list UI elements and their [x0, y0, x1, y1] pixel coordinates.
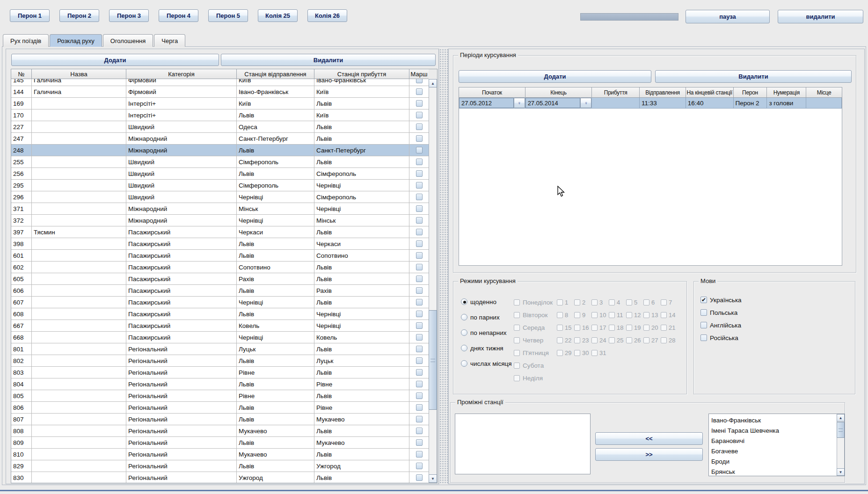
route-checkbox[interactable] — [416, 194, 423, 200]
mode-option[interactable]: числах місяця — [461, 359, 512, 368]
tab-Оголошення[interactable]: Оголошення — [103, 34, 153, 47]
radio-button[interactable] — [461, 329, 467, 336]
date-picker-button[interactable]: ♀ — [514, 98, 525, 108]
move-right-button[interactable]: >> — [595, 448, 703, 461]
route-checkbox[interactable] — [416, 182, 423, 189]
route-checkbox[interactable] — [416, 322, 423, 329]
platform-track-button[interactable]: Колія 26 — [307, 9, 347, 22]
route-checkbox[interactable] — [416, 474, 423, 481]
table-row[interactable]: 227ШвидкийОдесаЛьвів — [11, 121, 429, 133]
mode-option[interactable]: по непарних — [461, 328, 507, 337]
platform-track-button[interactable]: Колія 25 — [258, 9, 298, 22]
table-row[interactable]: 803РегіональнийРівнеЛьвів — [11, 367, 429, 378]
route-checkbox[interactable] — [416, 381, 423, 387]
route-checkbox[interactable] — [416, 229, 423, 235]
table-row[interactable]: 372МіжнароднийЧернівціМінськ — [11, 215, 429, 226]
table-row[interactable]: 806РегіональнийЛьвівРівне — [11, 402, 429, 414]
table-row[interactable]: 830РегіональнийУжгородЛьвів — [11, 472, 429, 483]
route-checkbox[interactable] — [416, 357, 423, 364]
route-stations-list[interactable] — [455, 414, 591, 474]
radio-button[interactable] — [461, 298, 467, 305]
tab-Рух поїздів[interactable]: Рух поїздів — [3, 34, 49, 47]
splitter-handle[interactable] — [439, 49, 448, 484]
table-row[interactable]: 170Інтерсіті+ЛьвівКиїв — [11, 109, 429, 121]
route-checkbox[interactable] — [416, 205, 423, 212]
move-left-button[interactable]: << — [595, 432, 703, 445]
route-checkbox[interactable] — [416, 392, 423, 399]
table-row[interactable]: 371МіжнароднийМінськЧернівці — [11, 203, 429, 215]
table-row[interactable]: 804РегіональнийЛьвівРівне — [11, 378, 429, 390]
route-checkbox[interactable] — [416, 135, 423, 142]
route-checkbox[interactable] — [416, 311, 423, 317]
train-table-scrollbar[interactable] — [429, 79, 437, 483]
list-item[interactable]: Броди — [709, 456, 837, 466]
table-row[interactable]: 248МіжнароднийЛьвівСанкт-Петербург — [11, 145, 429, 156]
route-checkbox[interactable] — [416, 264, 423, 270]
scroll-down-icon[interactable]: ▼ — [837, 468, 845, 476]
route-checkbox[interactable] — [416, 88, 423, 95]
route-checkbox[interactable] — [416, 252, 423, 259]
date-picker-button[interactable]: ♀ — [580, 98, 591, 108]
route-checkbox[interactable] — [416, 276, 423, 282]
list-item[interactable]: Брянськ — [709, 466, 837, 476]
table-row[interactable]: 607ПасажирськийЧернівціЛьвів — [11, 297, 429, 308]
route-checkbox[interactable] — [416, 463, 423, 469]
language-option[interactable]: ✔Українська — [700, 296, 742, 304]
period-add-button[interactable]: Додати — [459, 70, 651, 83]
route-checkbox[interactable] — [416, 451, 423, 458]
route-checkbox[interactable] — [416, 147, 423, 153]
language-option[interactable]: Польська — [700, 308, 737, 317]
train-add-button[interactable]: Додати — [11, 54, 219, 66]
route-checkbox[interactable] — [416, 416, 423, 422]
start-date-field[interactable]: 27.05.2012 — [459, 98, 514, 108]
mode-option[interactable]: днях тижня — [461, 344, 503, 352]
table-row[interactable]: 398ПасажирськийЛьвівЧеркаси — [11, 238, 429, 250]
route-checkbox[interactable] — [416, 79, 423, 83]
list-item[interactable]: Барановичі — [709, 436, 837, 446]
table-row[interactable]: 805РегіональнийРівнеЛьвів — [11, 390, 429, 402]
radio-button[interactable] — [461, 345, 467, 351]
route-checkbox[interactable] — [416, 159, 423, 165]
table-row[interactable]: 296ШвидкийЧернівціСімферополь — [11, 191, 429, 203]
platform-track-button[interactable]: Перон 3 — [109, 9, 149, 22]
table-row[interactable]: 602ПасажирськийСопотвиноЛьвів — [11, 262, 429, 273]
radio-button[interactable] — [461, 314, 467, 320]
period-row[interactable]: 27.05.2012♀27.05.2014♀11:3316:40Перон 2з… — [459, 98, 842, 109]
period-remove-button[interactable]: Видалити — [655, 70, 852, 83]
pause-button[interactable]: пауза — [686, 10, 770, 23]
table-row[interactable]: 295ШвидкийСімферопольЧернівці — [11, 180, 429, 191]
platform-track-button[interactable]: Перон 2 — [59, 9, 99, 22]
mode-option[interactable]: щоденно — [461, 298, 496, 306]
scrollbar-thumb[interactable] — [429, 310, 437, 410]
table-row[interactable]: 668ПасажирськийЧернівціКовель — [11, 332, 429, 343]
list-item[interactable]: Івано-Франківськ — [709, 415, 837, 425]
end-date-field[interactable]: 27.05.2014 — [525, 98, 581, 108]
language-option[interactable]: Англійська — [700, 321, 741, 329]
train-remove-button[interactable]: Видалити — [221, 54, 436, 66]
route-checkbox[interactable] — [416, 124, 423, 130]
table-row[interactable]: 801РегіональнийЛуцькЛьвів — [11, 343, 429, 355]
mode-option[interactable]: по парних — [461, 313, 500, 321]
table-row[interactable]: 247МіжнароднийСанкт-ПетербургЛьвів — [11, 133, 429, 145]
table-row[interactable]: 397ТясминПасажирськийЧеркасиЛьвів — [11, 226, 429, 238]
table-row[interactable]: 608ПасажирськийЛьвівЧернівці — [11, 308, 429, 320]
route-checkbox[interactable] — [416, 428, 423, 434]
language-option[interactable]: Російська — [700, 334, 738, 342]
platform-track-button[interactable]: Перон 5 — [208, 9, 248, 22]
route-checkbox[interactable] — [416, 287, 423, 294]
table-row[interactable]: 810РегіональнийМукачевоЛьвів — [11, 449, 429, 460]
table-row[interactable]: 605ПасажирськийРахівЛьвів — [11, 273, 429, 285]
route-checkbox[interactable] — [416, 170, 423, 177]
platform-track-button[interactable]: Перон 4 — [159, 9, 198, 22]
table-row[interactable]: 145ГаличинаФірмовийКиївІвано-Франківськ — [11, 79, 429, 86]
route-checkbox[interactable] — [416, 299, 423, 305]
scrollbar-thumb[interactable] — [837, 422, 845, 438]
table-row[interactable]: 256ШвидкийЛьвівСімферополь — [11, 168, 429, 180]
table-row[interactable]: 809РегіональнийЛьвівМукачево — [11, 437, 429, 449]
tab-Черга[interactable]: Черга — [154, 34, 185, 47]
language-checkbox[interactable] — [700, 309, 707, 316]
scroll-down-icon[interactable]: ▼ — [429, 474, 437, 483]
route-checkbox[interactable] — [416, 100, 423, 107]
table-row[interactable]: 667ПасажирськийКовельЧернівці — [11, 320, 429, 332]
delete-announcement-button[interactable]: видалити — [778, 10, 863, 23]
